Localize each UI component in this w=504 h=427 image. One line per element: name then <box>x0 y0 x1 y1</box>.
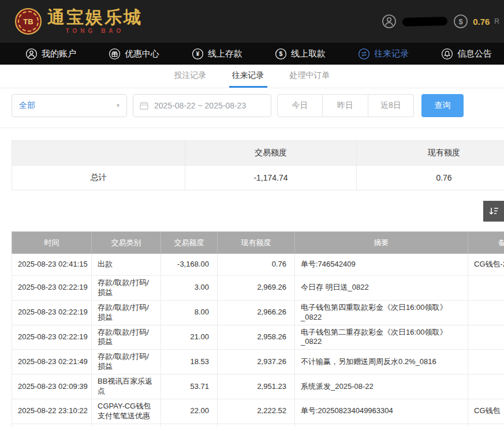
cell-balance: 2,958.26 <box>218 325 295 350</box>
logo-subtitle: TONG BAO <box>47 28 143 34</box>
cell-balance: 2,951.23 <box>218 374 295 399</box>
cell-time: 2025-08-23 02:41:15 <box>12 254 92 276</box>
col-header-remark: 备注 <box>468 232 504 254</box>
cell-amount: 8.00 <box>161 300 218 325</box>
today-button[interactable]: 今日 <box>277 94 323 117</box>
yesterday-button[interactable]: 昨日 <box>323 94 368 117</box>
cell-summary: 单号:746542409 <box>295 254 468 276</box>
balance-display[interactable]: $ 0.76 R <box>453 14 499 29</box>
quick-range-group: 今日 昨日 近8日 <box>277 94 414 117</box>
cell-amount: -3,168.00 <box>161 254 218 276</box>
svg-text:¥: ¥ <box>196 50 200 57</box>
announcement-icon <box>441 48 453 60</box>
header-account-area: $ 0.76 R <box>382 14 499 29</box>
cell-type: 存款/取款/打码/损益 <box>92 325 161 350</box>
cell-time: 2025-08-23 02:22:19 <box>12 276 92 301</box>
cell-type: 出款 <box>92 254 161 276</box>
cell-amount: 53.71 <box>161 374 218 399</box>
nav-item-label: 信息公告 <box>457 48 492 59</box>
cell-time: 2025-08-22 23:10:22 <box>12 399 92 424</box>
type-select[interactable]: 全部 ▼ <box>12 94 127 117</box>
cell-summary: 今日存 明日送_0822 <box>295 276 468 301</box>
deposit-icon: ¥ <box>192 48 204 60</box>
sort-row <box>0 201 504 222</box>
summary-table: 交易额度 现有额度 总计 -1,174.74 0.76 <box>12 140 504 190</box>
cell-summary: 单号:202508234049963304 <box>295 424 468 427</box>
table-row: 2025-08-22 23:10:22 CGPAY支付 2,200.00 2,2… <box>12 424 504 427</box>
calendar-icon <box>139 101 149 111</box>
cell-time: 2025-08-23 02:22:19 <box>12 325 92 350</box>
main-nav: 我的账户 优惠中心 ¥ 线上存款 $ 线上取款 往来记录 <box>0 43 504 65</box>
cell-remark <box>468 374 504 399</box>
cell-type: BB视讯百家乐返点 <box>92 374 161 399</box>
nav-item-withdraw[interactable]: $ 线上取款 <box>275 48 326 60</box>
records-icon <box>358 48 370 60</box>
svg-text:$: $ <box>279 50 283 57</box>
table-row: 2025-08-23 02:22:19 存款/取款/打码/损益 8.00 2,9… <box>12 300 504 325</box>
nav-item-label: 线上存款 <box>208 48 242 59</box>
cell-type: 存款/取款/打码/损益 <box>92 350 161 374</box>
tab-betting-records[interactable]: 投注记录 <box>171 65 210 88</box>
table-row: 2025-08-23 02:21:49 存款/取款/打码/损益 18.53 2,… <box>12 350 504 374</box>
user-icon[interactable] <box>382 14 397 29</box>
tab-transaction-records[interactable]: 往来记录 <box>229 65 267 88</box>
cell-balance: 0.76 <box>218 254 295 276</box>
cell-amount: 3.00 <box>161 276 218 301</box>
cell-summary: 单号:202508234049963304 <box>295 399 468 424</box>
summary-total-balance: 0.76 <box>357 166 504 190</box>
cell-amount: 21.00 <box>161 325 218 350</box>
dollar-icon: $ <box>453 14 468 29</box>
cell-time: 2025-08-22 23:10:22 <box>12 424 92 427</box>
cell-amount: 2,200.00 <box>161 424 218 427</box>
cell-type: 存款/取款/打码/损益 <box>92 300 161 325</box>
username-redacted <box>402 16 447 26</box>
balance-currency: R <box>494 17 499 25</box>
cell-amount: 22.00 <box>161 399 218 424</box>
table-row: 2025-08-23 02:22:19 存款/取款/打码/损益 3.00 2,9… <box>12 276 504 301</box>
cell-balance: 2,969.26 <box>218 276 295 301</box>
cell-remark: CG钱包-24 <box>468 254 504 276</box>
search-button[interactable]: 查询 <box>421 94 464 117</box>
col-header-time: 时间 <box>12 232 92 254</box>
cell-summary: 电子钱包第二重存款彩金《次日16:00领取》_0822 <box>295 325 468 350</box>
col-header-balance: 现有额度 <box>218 232 295 254</box>
nav-item-label: 优惠中心 <box>125 48 159 59</box>
cell-type: CGPAY-CG钱包支付笔笔送优惠 <box>92 399 161 424</box>
nav-item-promotions[interactable]: 优惠中心 <box>109 48 159 60</box>
nav-item-my-account[interactable]: 我的账户 <box>25 48 76 60</box>
nav-item-deposit[interactable]: ¥ 线上存款 <box>192 48 242 60</box>
table-row: 2025-08-23 02:41:15 出款 -3,168.00 0.76 单号… <box>12 254 504 276</box>
svg-text:$: $ <box>459 17 464 26</box>
cell-summary: 不计输赢，另加赠送周周反水0.2%_0816 <box>295 350 468 374</box>
cell-time: 2025-08-23 02:09:39 <box>12 374 92 399</box>
chevron-down-icon: ▼ <box>115 103 121 108</box>
logo[interactable]: TB 通宝娱乐城 TONG BAO <box>15 8 143 35</box>
promo-icon <box>109 48 121 60</box>
type-select-value: 全部 <box>19 100 35 111</box>
cell-remark: CG钱包 <box>468 399 504 424</box>
top-header: TB 通宝娱乐城 TONG BAO $ 0.76 R <box>0 0 504 43</box>
summary-total-label: 总计 <box>12 166 185 190</box>
logo-text: 通宝娱乐城 TONG BAO <box>47 9 143 34</box>
sort-button[interactable] <box>483 201 504 222</box>
cell-remark <box>468 300 504 325</box>
cell-remark <box>468 276 504 301</box>
cell-summary: 系统派发_2025-08-22 <box>295 374 468 399</box>
date-range-input[interactable]: 2025-08-22 ~ 2025-08-23 <box>133 94 271 117</box>
nav-item-records[interactable]: 往来记录 <box>358 48 409 60</box>
cell-balance: 2,222.52 <box>218 399 295 424</box>
cell-balance: 2,966.26 <box>218 300 295 325</box>
cell-time: 2025-08-23 02:21:49 <box>12 350 92 374</box>
last-8-days-button[interactable]: 近8日 <box>368 94 414 117</box>
summary-header-row: 交易额度 现有额度 <box>12 141 504 166</box>
record-tabs: 投注记录 往来记录 处理中订单 <box>0 65 504 88</box>
cell-balance: 2,937.26 <box>218 350 295 374</box>
cell-type: 存款/取款/打码/损益 <box>92 276 161 301</box>
col-header-summary: 摘要 <box>295 232 468 254</box>
table-row: 2025-08-22 23:10:22 CGPAY-CG钱包支付笔笔送优惠 22… <box>12 399 504 424</box>
cell-type: CGPAY支付 <box>92 424 161 427</box>
nav-item-announcements[interactable]: 信息公告 <box>441 48 492 60</box>
tab-processing-orders[interactable]: 处理中订单 <box>287 65 333 88</box>
logo-chip-icon: TB <box>15 8 42 35</box>
account-icon <box>25 48 38 60</box>
